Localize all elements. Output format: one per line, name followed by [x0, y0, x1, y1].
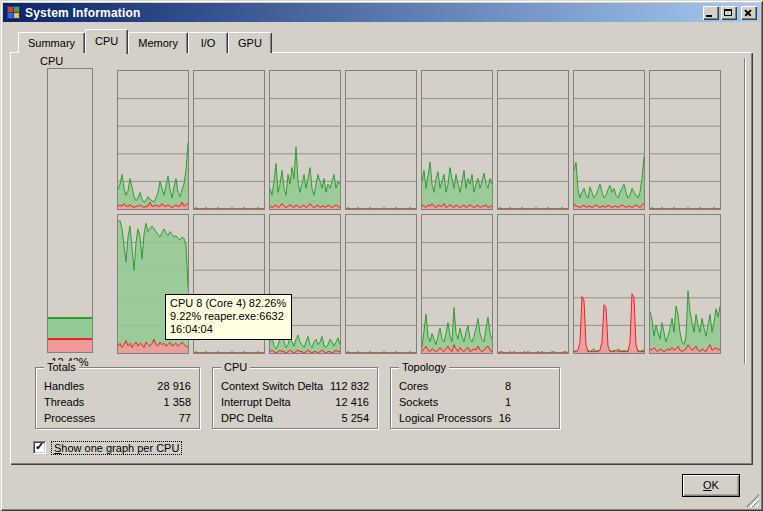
window-controls [703, 6, 757, 20]
ok-button[interactable]: OK [682, 474, 740, 497]
row-interrupt-delta: Interrupt Delta 12 416 [221, 394, 369, 410]
tab-io[interactable]: I/O [188, 32, 228, 53]
row-cores: Cores 8 [399, 378, 551, 394]
titlebar[interactable]: System Information [3, 3, 760, 22]
totals-row-threads: Threads 1 358 [44, 394, 191, 410]
cpu-tab-page: CPU 12.43% CPU 8 (Core 4) 82.26% 9.22% r… [10, 52, 753, 465]
minimize-button[interactable] [703, 6, 719, 20]
cpu-graph-3[interactable] [345, 70, 417, 210]
cpu-graph-11[interactable] [345, 214, 417, 354]
tab-strip: Summary CPU Memory I/O GPU [18, 29, 272, 53]
cpu-graph-4[interactable] [421, 70, 493, 210]
dpc-delta-value: 5 254 [341, 412, 369, 424]
tooltip-cpu-line: CPU 8 (Core 4) 82.26% [170, 297, 286, 310]
tab-gpu[interactable]: GPU [228, 32, 272, 53]
show-one-graph-per-cpu-label: Show one graph per CPU [52, 442, 181, 454]
cpu-graph-7[interactable] [649, 70, 721, 210]
graphs-right-separator [744, 58, 746, 364]
handles-value: 28 916 [157, 380, 191, 392]
show-one-graph-per-cpu-checkbox[interactable]: ✓ [33, 441, 46, 454]
topology-groupbox-title: Topology [399, 361, 449, 373]
cpu-graph-tooltip: CPU 8 (Core 4) 82.26% 9.22% reaper.exe:6… [165, 294, 292, 340]
row-sockets: Sockets 1 [399, 394, 551, 410]
cpu-graph-6[interactable] [573, 70, 645, 210]
minimize-icon [706, 15, 712, 17]
cpu-graph-12[interactable] [421, 214, 493, 354]
row-logical-processors: Logical Processors 16 [399, 410, 551, 426]
topology-groupbox: Topology Cores 8 Sockets 1 Logical Proce… [390, 367, 560, 429]
close-button[interactable] [741, 6, 757, 20]
maximize-icon [724, 9, 732, 16]
cpu-graph-15[interactable] [649, 214, 721, 354]
totals-row-handles: Handles 28 916 [44, 378, 191, 394]
tab-cpu[interactable]: CPU [85, 29, 128, 54]
cpu-graph-0[interactable] [117, 70, 189, 210]
sockets-value: 1 [505, 396, 551, 408]
totals-groupbox-title: Totals [44, 361, 79, 373]
cpu-graph-5[interactable] [497, 70, 569, 210]
cpu-graph-1[interactable] [193, 70, 265, 210]
totals-groupbox: Totals Handles 28 916 Threads 1 358 Proc… [35, 367, 200, 429]
checkmark-icon: ✓ [35, 440, 44, 453]
totals-row-processes: Processes 77 [44, 410, 191, 426]
cpu-total-user-fill [48, 317, 92, 338]
app-icon [6, 5, 21, 20]
window-title: System Information [25, 6, 141, 20]
tooltip-process-line: 9.22% reaper.exe:6632 [170, 310, 286, 323]
processes-value: 77 [179, 412, 191, 424]
cpu-deltas-groupbox: CPU Context Switch Delta 112 832 Interru… [212, 367, 378, 429]
row-dpc-delta: DPC Delta 5 254 [221, 410, 369, 426]
tooltip-time-line: 16:04:04 [170, 323, 286, 336]
context-switch-delta-value: 112 832 [330, 380, 369, 392]
threads-value: 1 358 [163, 396, 191, 408]
cpu-graph-13[interactable] [497, 214, 569, 354]
cpu-total-meter[interactable] [47, 68, 93, 353]
interrupt-delta-value: 12 416 [335, 396, 369, 408]
cpu-meter-label: CPU [40, 55, 63, 67]
cpu-deltas-groupbox-title: CPU [221, 361, 250, 373]
maximize-button[interactable] [721, 6, 737, 20]
cpu-graph-14[interactable] [573, 214, 645, 354]
resize-grip[interactable] [746, 494, 759, 507]
logical-processors-value: 16 [499, 412, 551, 424]
cpu-total-kernel-fill [48, 338, 92, 352]
cpu-graph-2[interactable] [269, 70, 341, 210]
system-information-window: System Information Summary CPU Memory I/… [0, 0, 763, 511]
tab-memory[interactable]: Memory [128, 32, 188, 53]
cores-value: 8 [505, 380, 551, 392]
show-one-graph-per-cpu-row: ✓ Show one graph per CPU [33, 441, 181, 454]
tab-summary[interactable]: Summary [18, 32, 85, 53]
row-context-switch-delta: Context Switch Delta 112 832 [221, 378, 369, 394]
